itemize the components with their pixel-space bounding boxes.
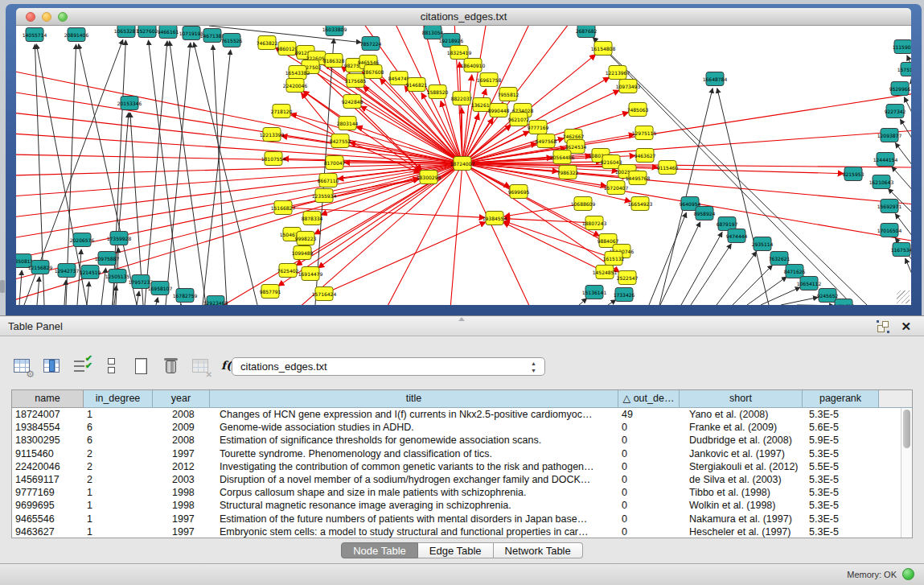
select-columns-icon[interactable]: ✔✔ <box>71 356 93 378</box>
cell-indegree[interactable]: 1 <box>84 513 153 525</box>
cell-short[interactable]: Nakamura et al. (1997) <box>680 513 803 525</box>
window-minimize-button[interactable] <box>42 12 51 22</box>
graph-edge[interactable] <box>16 163 462 196</box>
cell-outde[interactable]: 0 <box>618 421 680 434</box>
cell-outde[interactable]: 0 <box>618 460 680 473</box>
table-row[interactable]: 1872400712008Changes of HCN gene express… <box>12 408 901 421</box>
cell-name[interactable]: 9777169 <box>12 486 84 499</box>
cell-title[interactable]: Estimation of the future numbers of pati… <box>210 513 618 525</box>
network-view-window[interactable]: citations_edges.txt 14055714208914061065… <box>6 4 922 315</box>
cell-short[interactable]: Stergiakouli et al. (2012) <box>680 460 803 473</box>
cell-year[interactable]: 2008 <box>153 408 210 421</box>
tab-network-table[interactable]: Network Table <box>494 542 583 558</box>
citation-graph[interactable]: 1405571420891406106532871527602946616110… <box>16 26 911 305</box>
cell-pagerank[interactable]: 5.3E-5 <box>803 408 879 421</box>
table-settings-icon[interactable]: ⚙ <box>11 356 34 378</box>
cell-indegree[interactable]: 2 <box>84 447 153 460</box>
cell-indegree[interactable]: 1 <box>84 486 153 499</box>
cell-name[interactable]: 18724007 <box>12 408 84 421</box>
cell-name[interactable]: 9465546 <box>12 513 84 525</box>
delete-entry-icon[interactable] <box>160 356 183 378</box>
cell-name[interactable]: 9463627 <box>12 525 84 538</box>
table-row[interactable]: 969969511998Structural magnetic resonanc… <box>12 499 901 512</box>
table-row[interactable]: 911546021997Tourette syndrome. Phenomeno… <box>12 447 901 460</box>
window-zoom-button[interactable] <box>58 12 68 22</box>
graph-edge[interactable] <box>649 212 686 305</box>
graph-edge[interactable] <box>360 106 462 163</box>
cell-title[interactable]: Corpus callosum shape and size in male p… <box>210 486 618 499</box>
cell-outde[interactable]: 0 <box>618 499 680 512</box>
window-resize-grip[interactable] <box>897 290 910 303</box>
table-row[interactable]: 1830029562008Estimation of significance … <box>12 434 901 447</box>
table-row[interactable]: 1456911722003Disruption of a novel membe… <box>12 473 901 486</box>
cell-pagerank[interactable]: 5.3E-5 <box>803 473 879 486</box>
graph-edge[interactable] <box>462 163 630 201</box>
cell-title[interactable]: Structural magnetic resonance image aver… <box>210 499 618 512</box>
float-panel-icon[interactable] <box>877 321 889 332</box>
splitter-handle-icon[interactable] <box>458 317 465 321</box>
cell-name[interactable]: 9699695 <box>12 499 84 512</box>
graph-edge[interactable] <box>386 163 462 305</box>
graph-edge[interactable] <box>148 40 181 305</box>
graph-edge[interactable] <box>16 163 462 238</box>
graph-edge[interactable] <box>156 298 158 305</box>
row-height-icon[interactable] <box>101 356 123 378</box>
cell-title[interactable]: Tourette syndrome. Phenomenology and cla… <box>210 447 618 460</box>
graph-edge[interactable] <box>363 86 462 163</box>
cell-title[interactable]: Embryonic stem cells: a model to study s… <box>210 525 618 538</box>
cell-indegree[interactable]: 1 <box>84 408 153 421</box>
cell-year[interactable]: 1998 <box>153 499 210 512</box>
graph-edge[interactable] <box>660 222 700 305</box>
column-header-title[interactable]: title <box>210 390 618 408</box>
cell-pagerank[interactable]: 5.3E-5 <box>803 513 879 525</box>
new-file-icon[interactable] <box>130 356 153 378</box>
graph-edge[interactable] <box>681 232 722 305</box>
cell-outde[interactable]: 0 <box>618 486 680 499</box>
graph-edge[interactable] <box>87 282 89 305</box>
graph-edge[interactable] <box>747 277 786 305</box>
show-columns-icon[interactable] <box>41 356 64 378</box>
graph-edge[interactable] <box>213 45 227 305</box>
table-row[interactable]: 2242004622012Investigating the contribut… <box>12 460 901 473</box>
cell-short[interactable]: de Silva et al. (2003) <box>680 473 803 486</box>
graph-edge[interactable] <box>608 300 616 305</box>
cell-year[interactable]: 2009 <box>153 421 210 434</box>
tab-node-table[interactable]: Node Table <box>341 542 418 558</box>
cell-year[interactable]: 2008 <box>153 434 210 447</box>
graph-edge[interactable] <box>733 265 773 305</box>
graph-edge[interactable] <box>16 163 462 175</box>
table-row[interactable]: 946362711997Embryonic stem cells: a mode… <box>12 525 901 538</box>
cell-pagerank[interactable]: 5.3E-5 <box>803 525 879 538</box>
cell-year[interactable]: 1997 <box>153 447 210 460</box>
cell-indegree[interactable]: 2 <box>84 460 153 473</box>
cell-outde[interactable]: 0 <box>618 525 680 538</box>
column-header-pagerank[interactable]: pagerank <box>803 390 879 408</box>
cell-indegree[interactable]: 1 <box>84 499 153 512</box>
cell-short[interactable]: Dudbridge et al. (2008) <box>680 434 803 447</box>
graph-edge[interactable] <box>166 43 191 305</box>
cell-year[interactable]: 2012 <box>153 460 210 473</box>
cell-pagerank[interactable]: 5.3E-5 <box>803 447 879 460</box>
graph-edge[interactable] <box>137 291 139 305</box>
network-canvas[interactable]: 1405571420891406106532871527602946616110… <box>16 26 911 305</box>
column-header-name[interactable]: name <box>12 390 84 408</box>
graph-edge[interactable] <box>19 270 22 305</box>
column-header-outde[interactable]: △ out_de… <box>618 390 680 408</box>
graph-edge[interactable] <box>37 277 39 305</box>
cell-year[interactable]: 2003 <box>153 473 210 486</box>
cell-pagerank[interactable]: 5.5E-5 <box>803 460 879 473</box>
graph-edge[interactable] <box>906 258 911 282</box>
table-scrollbar[interactable] <box>901 408 912 538</box>
graph-edge[interactable] <box>194 43 257 305</box>
cell-name[interactable]: 9115460 <box>12 447 84 460</box>
cell-short[interactable]: Yano et al. (2008) <box>680 408 803 421</box>
graph-edge[interactable] <box>504 219 594 223</box>
graph-edge[interactable] <box>781 297 818 305</box>
cell-short[interactable]: Hescheler et al. (1997) <box>680 525 803 538</box>
scrollbar-thumb[interactable] <box>903 410 910 448</box>
cell-pagerank[interactable]: 5.9E-5 <box>803 434 879 447</box>
cell-short[interactable]: Wolkin et al. (1998) <box>680 499 803 512</box>
cell-outde[interactable]: 0 <box>618 447 680 460</box>
window-titlebar[interactable]: citations_edges.txt <box>16 8 911 26</box>
cell-title[interactable]: Disruption of a novel member of a sodium… <box>210 473 618 486</box>
